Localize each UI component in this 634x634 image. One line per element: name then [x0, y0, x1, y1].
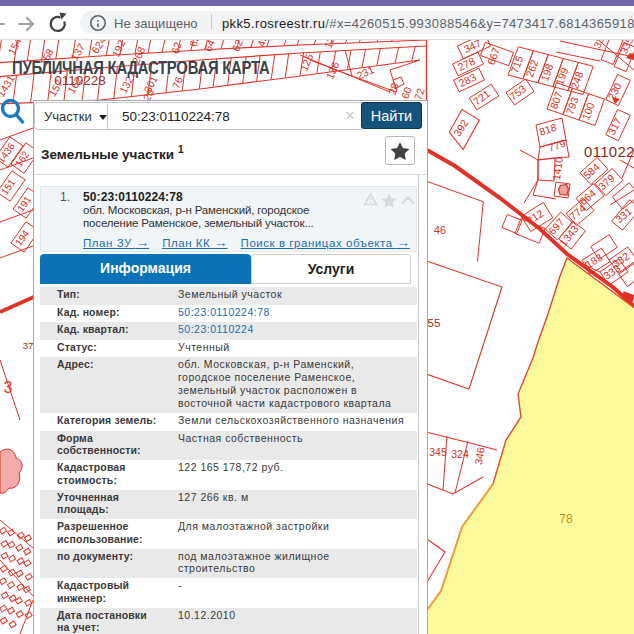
- svg-text:346: 346: [472, 446, 487, 465]
- svg-text:721: 721: [471, 87, 492, 107]
- svg-text:331: 331: [613, 205, 634, 226]
- svg-text:324: 324: [451, 448, 469, 460]
- svg-text:283: 283: [457, 71, 478, 89]
- svg-text:262: 262: [523, 58, 540, 79]
- svg-text:0110225: 0110225: [584, 143, 634, 160]
- svg-text:126: 126: [323, 60, 341, 81]
- svg-text:62: 62: [169, 40, 184, 55]
- svg-text:779: 779: [547, 137, 568, 154]
- svg-text:715: 715: [508, 54, 525, 75]
- svg-text:125: 125: [297, 52, 315, 73]
- svg-text:345: 345: [429, 446, 447, 458]
- svg-text:793: 793: [563, 95, 580, 116]
- svg-text:64: 64: [202, 38, 218, 53]
- svg-text:807: 807: [547, 90, 564, 111]
- svg-text:192: 192: [109, 38, 127, 59]
- svg-text:392: 392: [451, 117, 471, 138]
- svg-text:100: 100: [579, 101, 596, 122]
- svg-text:78: 78: [559, 512, 573, 526]
- svg-text:198: 198: [538, 62, 555, 83]
- svg-text:55: 55: [428, 317, 441, 329]
- svg-text:667: 667: [485, 46, 502, 67]
- svg-text:1410: 1410: [550, 156, 565, 181]
- svg-text:46: 46: [434, 224, 446, 236]
- svg-text:584: 584: [581, 161, 602, 182]
- svg-text:37: 37: [23, 340, 34, 351]
- svg-text:317: 317: [605, 116, 624, 137]
